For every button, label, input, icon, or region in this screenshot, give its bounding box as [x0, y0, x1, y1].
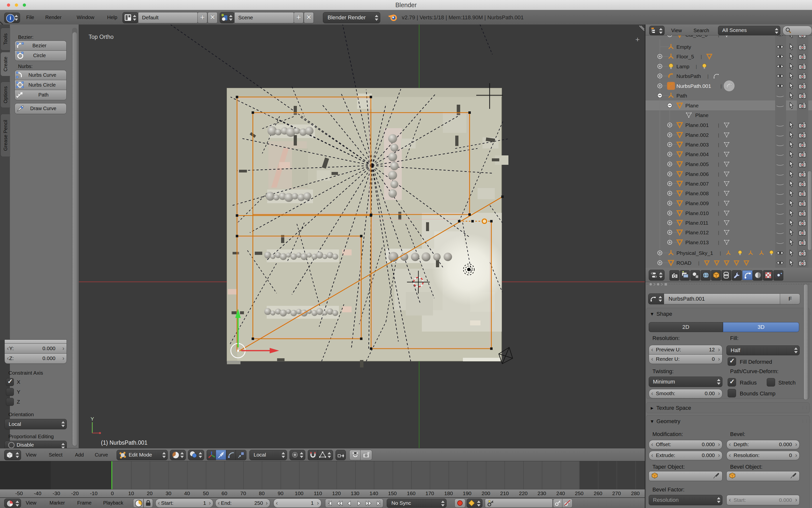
svg-text:|: |: [721, 83, 722, 89]
svg-text:|: |: [718, 220, 719, 225]
svg-text:Plane.009: Plane.009: [685, 201, 709, 206]
svg-text:Plane.003: Plane.003: [685, 142, 709, 147]
svg-text:Plane.013: Plane.013: [685, 240, 709, 245]
svg-text:Plane: Plane: [695, 112, 709, 118]
svg-text:|: |: [718, 230, 719, 235]
svg-text:Plane.002: Plane.002: [685, 132, 709, 138]
svg-text:Plane.005: Plane.005: [685, 161, 709, 167]
svg-text:Top Ortho: Top Ortho: [89, 34, 114, 40]
svg-text:|: |: [718, 132, 719, 137]
svg-text:|: |: [720, 250, 721, 256]
svg-text:NurbsPath: NurbsPath: [676, 73, 701, 79]
svg-text:|: |: [707, 74, 709, 79]
svg-text:Floor_5: Floor_5: [676, 54, 694, 59]
svg-text:NurbsPath.001: NurbsPath.001: [676, 83, 711, 89]
svg-text:|: |: [718, 123, 719, 128]
svg-text:|: |: [718, 162, 719, 167]
svg-text:Plane.008: Plane.008: [685, 190, 709, 196]
svg-text:Physical_Sky_1: Physical_Sky_1: [676, 250, 713, 256]
svg-text:Plane.012: Plane.012: [685, 229, 709, 235]
svg-text:|: |: [718, 181, 719, 186]
svg-text:|: |: [696, 64, 697, 69]
svg-text:|: |: [718, 191, 719, 196]
svg-text:ROAD: ROAD: [676, 260, 691, 266]
svg-text:Y: Y: [91, 416, 94, 422]
svg-text:|: |: [701, 54, 702, 59]
svg-text:|: |: [718, 240, 719, 245]
svg-text:|: |: [698, 260, 699, 265]
svg-text:Empty: Empty: [676, 44, 691, 50]
svg-text:|: |: [718, 171, 719, 177]
svg-text:|: |: [718, 152, 719, 157]
svg-text:|: |: [718, 142, 719, 147]
svg-text:Lamp: Lamp: [676, 64, 689, 69]
svg-text:Plane.001: Plane.001: [685, 122, 709, 128]
svg-text:|: |: [718, 211, 719, 216]
svg-text:Plane.010: Plane.010: [685, 210, 709, 216]
svg-text:+: +: [635, 35, 640, 44]
svg-text:|: |: [718, 201, 719, 206]
svg-text:(1) NurbsPath.001: (1) NurbsPath.001: [101, 439, 147, 446]
svg-text:Plane.007: Plane.007: [685, 181, 709, 186]
svg-text:Plane: Plane: [685, 103, 699, 109]
svg-text:Plane.011: Plane.011: [685, 220, 708, 226]
svg-text:Path: Path: [676, 93, 687, 98]
svg-text:Plane.006: Plane.006: [685, 171, 709, 177]
svg-text:Plane.004: Plane.004: [685, 152, 709, 157]
